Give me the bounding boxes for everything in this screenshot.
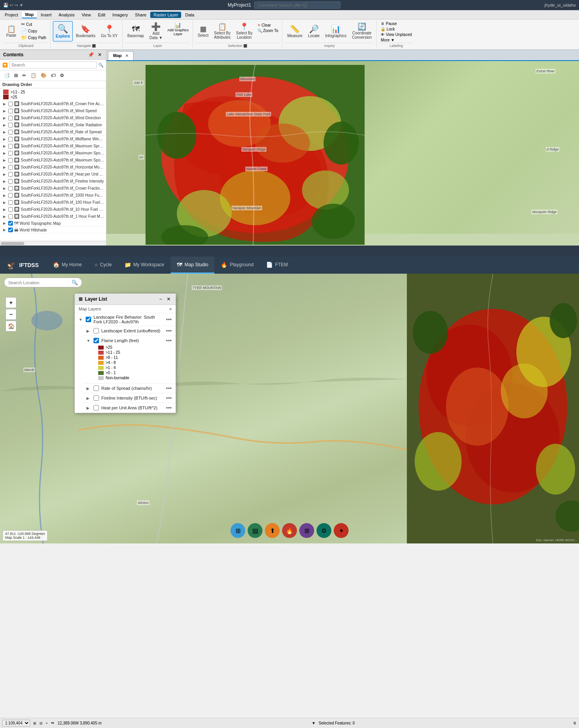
tray-extra-btn[interactable]: ✦ <box>334 523 349 538</box>
expand-main-layer[interactable]: ▼ <box>79 317 83 322</box>
layer-item-4[interactable]: ▶ 🔲 SouthForkLF2020-Auto97th.tif_Solar R… <box>0 122 106 129</box>
nav-my-home[interactable]: 🏠 My Home <box>47 256 88 274</box>
map-canvas[interactable]: Mountain 338 ft Fish Lake Lake Wenatchee… <box>106 61 579 246</box>
label-btn[interactable]: 🏷 <box>49 72 57 79</box>
lock-button[interactable]: 🔒 Lock <box>379 27 414 32</box>
layer-check-5[interactable] <box>8 130 13 134</box>
main-layer-check[interactable] <box>86 317 91 322</box>
layer-expand-1[interactable]: ▶ <box>3 102 7 106</box>
scale-select[interactable]: 1:109,404 <box>2 720 30 726</box>
layer-expand-3[interactable]: ▶ <box>3 116 7 120</box>
menu-raster-layer[interactable]: Raster Layer <box>150 12 181 18</box>
layer-expand-8[interactable]: ▶ <box>3 151 7 155</box>
basemap-button[interactable]: 🗺 Basemap <box>125 21 146 41</box>
layer-expand-15[interactable]: ▶ <box>3 201 7 204</box>
layer-check-13[interactable] <box>8 186 13 191</box>
nav-map-studio[interactable]: 🗺 Map Studio <box>171 256 215 274</box>
layer-check-17[interactable] <box>8 214 13 219</box>
select-by-location-button[interactable]: 📍 Select ByLocation <box>234 21 255 41</box>
go-to-xy-button[interactable]: 📍 Go To XY <box>99 21 120 41</box>
layer-item-8[interactable]: ▶ 🔲 SouthForkLF2020-Auto97th.tif_Maximum… <box>0 150 106 157</box>
layer-expand-7[interactable]: ▶ <box>3 144 7 148</box>
right-fire-map[interactable]: Esri, Garmin, HERE-WCHC... <box>407 274 579 543</box>
table-icon2[interactable]: ⊟ <box>40 721 43 725</box>
menu-project[interactable]: Project <box>2 12 21 18</box>
home-button[interactable]: 🏠 <box>5 321 16 332</box>
add-data-button[interactable]: ➕ AddData ▼ <box>147 21 165 41</box>
contents-search[interactable] <box>9 61 97 68</box>
layer-expand-2[interactable]: ▶ <box>3 109 7 113</box>
fireline-check[interactable] <box>94 395 99 401</box>
layer-check-4[interactable] <box>8 123 13 127</box>
layer-expand-11[interactable]: ▶ <box>3 172 7 176</box>
layer-check-6[interactable] <box>8 137 13 142</box>
layer-item-17[interactable]: ▶ 🔲 SouthForkLF2020-Auto97th.tif_1 Hour … <box>0 213 106 220</box>
layer-check-1[interactable] <box>8 102 13 106</box>
layer-item-9[interactable]: ▶ 🔲 SouthForkLF2020-Auto97th.tif_Maximum… <box>0 157 106 164</box>
map-tab-main[interactable]: Map ✕ <box>108 51 133 60</box>
layer-item-10[interactable]: ▶ 🔲 SouthForkLF2020-Auto97th.tif_Horizon… <box>0 164 106 171</box>
select-by-attributes-button[interactable]: 📋 Select ByAttributes <box>212 21 233 41</box>
menu-data[interactable]: Data <box>182 12 197 18</box>
layer-item-16[interactable]: ▶ 🔲 SouthForkLF2020-Auto97th.tif_10 Hour… <box>0 206 106 213</box>
layer-expand-4[interactable]: ▶ <box>3 123 7 127</box>
layer-check-11[interactable] <box>8 172 13 177</box>
flame-check[interactable] <box>94 338 99 343</box>
layer-expand-6[interactable]: ▶ <box>3 137 7 141</box>
layer-check-18[interactable] <box>8 221 13 226</box>
layer-expand-10[interactable]: ▶ <box>3 165 7 169</box>
extent-check[interactable] <box>94 328 99 334</box>
layer-item-3[interactable]: ▶ 🔲 SouthForkLF2020-Auto97th.tif_Wind Di… <box>0 115 106 122</box>
explore-button[interactable]: 🔍 Explore <box>53 21 73 41</box>
search-location-bar[interactable]: 🔍 <box>4 278 82 287</box>
layer-check-16[interactable] <box>8 207 13 212</box>
measure-button[interactable]: 📏 Measure <box>285 21 305 41</box>
layer-item-6[interactable]: ▶ 🔲 SouthForkLF2020-Auto97th.tif_Midflam… <box>0 136 106 143</box>
zoom-to-button[interactable]: 🔍 Zoom To <box>256 28 280 33</box>
layer-check-7[interactable] <box>8 144 13 149</box>
layer-expand-14[interactable]: ▶ <box>3 194 7 197</box>
layer-check-15[interactable] <box>8 200 13 205</box>
locate-button[interactable]: 🔎 Locate <box>306 21 322 41</box>
expand-flame[interactable]: ▼ <box>86 339 91 343</box>
layer-item-1[interactable]: ▶ 🔲 SouthForkLF2020-Auto97th.tif_Crown F… <box>0 100 106 108</box>
paste-button[interactable]: 📋 Paste <box>4 21 19 41</box>
filter-layers-icon[interactable]: ≡ <box>169 307 172 311</box>
layer-expand-9[interactable]: ▶ <box>3 158 7 162</box>
layer-expand-13[interactable]: ▶ <box>3 186 7 190</box>
expand-rate[interactable]: ▶ <box>86 386 91 391</box>
search-location-icon[interactable]: 🔍 <box>72 280 78 285</box>
layer-item-13[interactable]: ▶ 🔲 SouthForkLF2020-Auto97th.tif_Crown F… <box>0 185 106 192</box>
expand-extent[interactable]: ▶ <box>86 329 91 333</box>
layer-check-10[interactable] <box>8 165 13 170</box>
nav-cycle[interactable]: ○ Cycle <box>88 256 118 274</box>
layer-check-12[interactable] <box>8 179 13 184</box>
clear-button[interactable]: ✕ Clear <box>256 23 280 28</box>
grid-icon[interactable]: ⊞ <box>33 721 36 725</box>
layer-expand-5[interactable]: ▶ <box>3 130 7 134</box>
zoom-out-button[interactable]: − <box>5 309 16 320</box>
menu-view[interactable]: View <box>79 12 94 18</box>
copy-button[interactable]: 📄 Copy <box>20 28 48 34</box>
add-graphics-layer-button[interactable]: 📊 Add GraphicsLayer <box>166 21 191 37</box>
layer-expand-18[interactable]: ▶ <box>3 221 7 225</box>
layer-item-14[interactable]: ▶ 🔲 SouthForkLF2020-Auto97th.tif_1000 Ho… <box>0 192 106 199</box>
tray-grid-btn[interactable]: ⊞ <box>299 523 314 538</box>
layer-item-7[interactable]: ▶ 🔲 SouthForkLF2020-Auto97th.tif_Maximum… <box>0 143 106 150</box>
tray-fire-btn[interactable]: 🔥 <box>282 523 297 538</box>
menu-share[interactable]: Share <box>132 12 149 18</box>
fireline-more[interactable]: ••• <box>166 395 172 401</box>
list-view-btn[interactable]: 📑 <box>2 72 11 79</box>
layer-check-2[interactable] <box>8 109 13 113</box>
expand-fireline[interactable]: ▶ <box>86 396 91 400</box>
search-location-input[interactable] <box>8 280 69 285</box>
layer-item-19[interactable]: ▶ 🏔 World Hillshade <box>0 227 106 233</box>
more-button[interactable]: More ▼ <box>379 38 414 43</box>
menu-imagery[interactable]: Imagery <box>109 12 131 18</box>
expand-heat[interactable]: ▶ <box>86 406 91 410</box>
pause-scale[interactable]: ⏸ <box>573 721 577 725</box>
layer-check-19[interactable] <box>8 228 13 232</box>
layer-item-12[interactable]: ▶ 🔲 SouthForkLF2020-Auto97th.tif_Firelin… <box>0 178 106 185</box>
nav-my-workspace[interactable]: 📁 My Workspace <box>118 256 171 274</box>
dropdown-icon[interactable]: ▼ <box>312 721 316 725</box>
